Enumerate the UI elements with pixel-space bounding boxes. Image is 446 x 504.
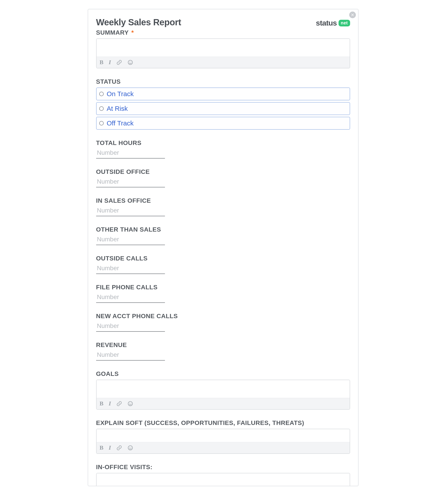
in-sales-office-input[interactable] bbox=[96, 206, 165, 216]
form-header: Weekly Sales Report SUMMARY * status net bbox=[96, 17, 350, 36]
label-outside-office: OUTSIDE OFFICE bbox=[96, 168, 350, 175]
required-marker: * bbox=[131, 29, 134, 36]
label-in-sales-office: IN SALES OFFICE bbox=[96, 197, 350, 204]
bold-button[interactable]: B bbox=[100, 59, 104, 66]
form-card: Weekly Sales Report SUMMARY * status net… bbox=[88, 9, 358, 486]
goals-input[interactable] bbox=[97, 380, 350, 398]
status-option-label: At Risk bbox=[107, 105, 128, 112]
label-total-hours: TOTAL HOURS bbox=[96, 139, 350, 146]
emoji-icon[interactable] bbox=[127, 401, 133, 407]
label-goals: GOALS bbox=[96, 370, 350, 378]
explain-soft-input[interactable] bbox=[97, 429, 350, 442]
label-revenue: REVENUE bbox=[96, 342, 350, 349]
label-summary: SUMMARY * bbox=[96, 29, 181, 36]
label-file-phone-calls: FILE PHONE CALLS bbox=[96, 284, 350, 291]
bold-button[interactable]: B bbox=[100, 445, 104, 451]
link-icon[interactable] bbox=[116, 445, 122, 451]
italic-button[interactable]: I bbox=[109, 400, 111, 407]
explain-soft-toolbar: B I bbox=[97, 442, 350, 453]
italic-button[interactable]: I bbox=[109, 59, 111, 66]
revenue-input[interactable] bbox=[96, 350, 165, 360]
radio-icon bbox=[99, 121, 104, 126]
label-outside-calls: OUTSIDE CALLS bbox=[96, 255, 350, 262]
svg-point-8 bbox=[131, 447, 131, 448]
other-than-sales-input[interactable] bbox=[96, 234, 165, 245]
summary-input[interactable] bbox=[97, 39, 350, 57]
bold-button[interactable]: B bbox=[100, 400, 104, 407]
status-option-at-risk[interactable]: At Risk bbox=[96, 102, 350, 115]
svg-point-2 bbox=[131, 62, 131, 62]
summary-toolbar: B I bbox=[97, 57, 350, 68]
status-option-on-track[interactable]: On Track bbox=[96, 88, 350, 100]
outside-office-input[interactable] bbox=[96, 177, 165, 187]
svg-point-1 bbox=[129, 62, 130, 62]
close-icon bbox=[351, 13, 354, 17]
status-option-label: On Track bbox=[107, 90, 134, 98]
emoji-icon[interactable] bbox=[127, 445, 133, 451]
link-icon[interactable] bbox=[116, 59, 122, 65]
link-icon[interactable] bbox=[116, 401, 122, 407]
total-hours-input[interactable] bbox=[96, 148, 165, 159]
label-explain-soft: EXPLAIN SOFT (SUCCESS, OPPORTUNITIES, FA… bbox=[96, 419, 350, 427]
svg-point-5 bbox=[131, 403, 131, 404]
close-button[interactable] bbox=[349, 12, 356, 18]
label-new-acct-phone-calls: NEW ACCT PHONE CALLS bbox=[96, 313, 350, 320]
brand-logo: status net bbox=[316, 17, 350, 27]
radio-icon bbox=[99, 92, 104, 96]
status-option-off-track[interactable]: Off Track bbox=[96, 117, 350, 130]
label-in-office-visits: IN-OFFICE VISITS: bbox=[96, 464, 350, 471]
status-option-label: Off Track bbox=[107, 119, 134, 127]
svg-point-6 bbox=[128, 446, 133, 450]
goals-editor: B I bbox=[96, 380, 350, 410]
in-office-visits-input[interactable] bbox=[97, 473, 350, 486]
status-radio-group: On Track At Risk Off Track bbox=[96, 88, 350, 130]
new-acct-phone-calls-input[interactable] bbox=[96, 321, 165, 332]
emoji-icon[interactable] bbox=[127, 59, 133, 65]
radio-icon bbox=[99, 106, 104, 111]
file-phone-calls-input[interactable] bbox=[96, 292, 165, 303]
italic-button[interactable]: I bbox=[109, 445, 111, 451]
svg-point-4 bbox=[129, 403, 130, 404]
explain-soft-editor: B I bbox=[96, 429, 350, 454]
label-other-than-sales: OTHER THAN SALES bbox=[96, 226, 350, 233]
summary-editor: B I bbox=[96, 38, 350, 68]
svg-point-7 bbox=[129, 447, 130, 448]
goals-toolbar: B I bbox=[97, 398, 350, 409]
svg-point-3 bbox=[128, 401, 133, 406]
label-status: STATUS bbox=[96, 78, 350, 85]
form-title: Weekly Sales Report bbox=[96, 17, 181, 27]
outside-calls-input[interactable] bbox=[96, 263, 165, 274]
in-office-visits-editor bbox=[96, 473, 350, 486]
svg-point-0 bbox=[128, 60, 133, 65]
